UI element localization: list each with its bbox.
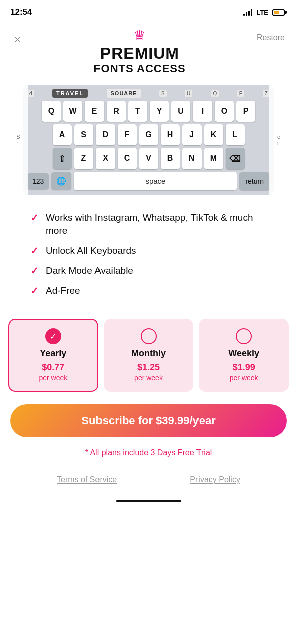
keyboard-bottom-row: 123 🌐 space return [27,172,270,190]
plan-weekly[interactable]: Weekly $1.99per week [199,319,289,392]
terms-of-service-link[interactable]: Terms of Service [57,475,117,485]
key-g[interactable]: G [139,124,158,145]
feature-item-1: ✓ Works with Instagram, Whatsapp, TikTok… [30,211,277,237]
lte-label: LTE [256,9,268,16]
battery-icon [272,9,287,16]
key-n[interactable]: N [182,148,202,169]
key-return[interactable]: return [239,172,270,190]
keyboard-top-row: d TRAVEL SOUARE S U Q E Z [27,89,270,98]
check-icon-4: ✓ [30,285,39,297]
subscribe-section: Subscribe for $39.99/year [0,400,297,443]
key-y[interactable]: Y [150,101,169,122]
keyboard-row-1: Q W E R T Y U I O P [27,101,270,122]
plan-yearly-price: $0.77per week [39,363,67,383]
key-m[interactable]: M [204,148,223,169]
keyboard-row-2: A S D F G H J K L [27,124,270,145]
check-icon-3: ✓ [30,265,39,277]
key-e[interactable]: E [85,101,104,122]
key-o[interactable]: O [215,101,234,122]
feature-item-4: ✓ Ad-Free [30,284,277,297]
plan-weekly-price: $1.99per week [230,363,258,383]
feature-item-2: ✓ Unlock All Keyboards [30,244,277,257]
feature-text-2: Unlock All Keyboards [46,244,136,257]
fonts-access-title: FONTS ACCESS [93,62,186,75]
trial-note: * All plans include 3 Days Free Trial [0,448,297,457]
key-globe[interactable]: 🌐 [51,172,71,190]
key-h[interactable]: H [161,124,180,145]
key-z[interactable]: Z [74,148,93,169]
feature-text-4: Ad-Free [46,284,80,297]
plan-yearly-radio: ✓ [45,328,61,344]
key-numbers[interactable]: 123 [27,173,49,189]
key-f[interactable]: F [118,124,137,145]
key-q[interactable]: Q [42,101,61,122]
plan-yearly[interactable]: ✓ Yearly $0.77per week [8,319,98,392]
kb-souare-tag: SOUARE [107,89,141,98]
kb-s-tag: S [159,90,167,97]
keyboard-side-left: Sr [8,85,28,195]
check-icon-2: ✓ [30,245,39,257]
kb-d-label: d [27,90,34,97]
plan-monthly-price: $1.25per week [134,363,163,383]
footer-links: Terms of Service Privacy Policy [0,467,297,495]
key-shift[interactable]: ⇧ [53,148,72,169]
plans-section: ✓ Yearly $0.77per week Monthly $1.25per … [0,314,297,400]
key-v[interactable]: V [139,148,158,169]
key-d[interactable]: D [96,124,115,145]
key-x[interactable]: X [96,148,115,169]
kb-q-tag: Q [211,90,219,97]
key-w[interactable]: W [63,101,82,122]
side-left-text: Sr [16,134,20,146]
key-l[interactable]: L [226,124,245,145]
key-b[interactable]: B [161,148,180,169]
key-delete[interactable]: ⌫ [226,148,245,169]
features-section: ✓ Works with Instagram, Whatsapp, TikTok… [0,203,297,314]
keyboard-container: d TRAVEL SOUARE S U Q E Z Q W E R T Y U … [23,85,274,195]
home-bar [116,500,181,502]
key-c[interactable]: C [118,148,137,169]
key-r[interactable]: R [107,101,126,122]
key-u[interactable]: U [171,101,190,122]
plan-yearly-name: Yearly [40,348,66,359]
key-k[interactable]: K [204,124,223,145]
premium-title: PREMIUM [100,45,179,62]
keyboard-row-3: ⇧ Z X C V B N M ⌫ [27,148,270,169]
kb-u-tag: U [185,90,192,97]
kb-e-tag: E [237,90,245,97]
kb-travel-tag: TRAVEL [52,89,88,98]
subscribe-button[interactable]: Subscribe for $39.99/year [10,404,287,437]
feature-item-3: ✓ Dark Mode Available [30,264,277,277]
keyboard-preview: Sr er d TRAVEL SOUARE S U Q E Z Q W E R … [8,85,289,195]
check-icon-1: ✓ [30,212,39,224]
home-indicator [0,495,297,512]
privacy-policy-link[interactable]: Privacy Policy [190,475,240,485]
close-button[interactable]: × [12,31,23,48]
header: × ♛ PREMIUM FONTS ACCESS Restore [0,22,297,80]
side-right-text: er [277,134,280,146]
key-space[interactable]: space [74,172,237,190]
restore-button[interactable]: Restore [257,33,285,42]
plan-monthly-radio [141,328,157,344]
key-p[interactable]: P [236,101,255,122]
status-bar: 12:54 LTE [0,0,297,22]
key-a[interactable]: A [53,124,72,145]
plan-monthly[interactable]: Monthly $1.25per week [104,319,194,392]
plan-weekly-radio [236,328,252,344]
feature-text-3: Dark Mode Available [46,264,133,277]
key-j[interactable]: J [182,124,202,145]
plan-weekly-name: Weekly [228,348,259,359]
status-time: 12:54 [10,7,32,17]
status-icons: LTE [243,9,287,16]
key-s[interactable]: S [74,124,93,145]
key-i[interactable]: I [193,101,212,122]
crown-icon: ♛ [133,27,146,44]
feature-text-1: Works with Instagram, Whatsapp, TikTok &… [46,211,277,237]
signal-icon [243,9,252,16]
keyboard-side-right: er [269,85,289,195]
plan-monthly-name: Monthly [131,348,166,359]
key-t[interactable]: T [128,101,147,122]
logo-section: ♛ PREMIUM FONTS ACCESS [93,27,186,75]
